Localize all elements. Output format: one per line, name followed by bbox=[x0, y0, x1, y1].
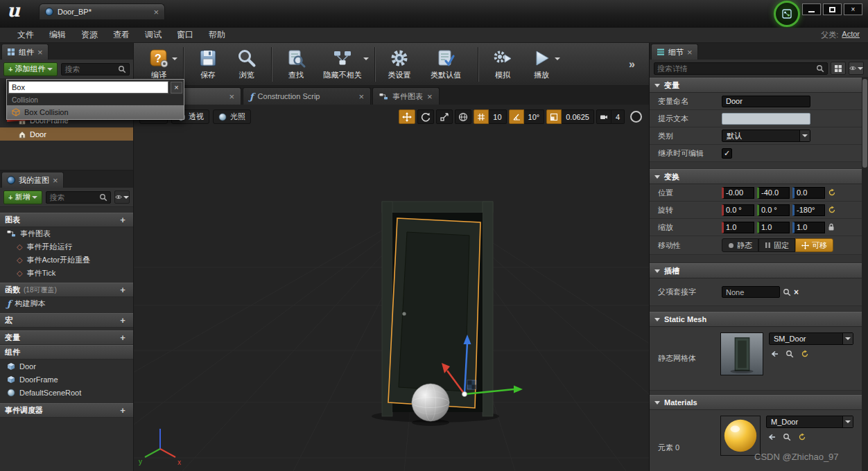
lit-mode-button[interactable]: 光照 bbox=[213, 109, 251, 124]
search-icon[interactable] bbox=[783, 288, 791, 296]
material-thumbnail[interactable] bbox=[720, 416, 761, 456]
chevron-down-icon[interactable] bbox=[363, 57, 369, 60]
add-component-button[interactable]: + 添加组件 bbox=[3, 62, 58, 76]
blueprint-status-badge[interactable] bbox=[774, 1, 800, 27]
section-sockets[interactable]: 插槽 bbox=[650, 263, 862, 278]
add-macro-button[interactable]: + bbox=[117, 315, 128, 326]
add-dispatcher-button[interactable]: + bbox=[117, 405, 128, 416]
rotate-tool-button[interactable] bbox=[417, 109, 434, 124]
popup-clear-button[interactable]: × bbox=[171, 82, 182, 94]
details-filter-button[interactable] bbox=[849, 62, 864, 75]
viewport-tab-close-icon[interactable]: × bbox=[229, 92, 234, 101]
event-graph-tab-close-icon[interactable]: × bbox=[427, 92, 433, 101]
scale-snap-value[interactable]: 0.0625 bbox=[562, 109, 594, 124]
camera-speed-value[interactable]: 4 bbox=[611, 109, 625, 124]
scale-y-field[interactable]: 1.0 bbox=[757, 222, 790, 233]
category-dropdown[interactable]: 默认 bbox=[722, 130, 810, 142]
browse-to-asset-icon[interactable] bbox=[785, 350, 794, 358]
minimize-button[interactable] bbox=[802, 3, 821, 15]
scale-snap-control[interactable]: 0.0625 bbox=[546, 109, 594, 124]
location-y-field[interactable]: -40.0 bbox=[757, 187, 790, 199]
component-search-input[interactable] bbox=[8, 81, 168, 94]
world-space-toggle-button[interactable] bbox=[455, 109, 471, 124]
tab-close-icon[interactable]: × bbox=[153, 8, 159, 17]
tab-my-blueprint[interactable]: 我的蓝图 × bbox=[1, 172, 64, 188]
tab-details[interactable]: 细节 × bbox=[651, 44, 698, 60]
use-selected-arrow-icon[interactable] bbox=[767, 433, 776, 441]
construction-tab-close-icon[interactable]: × bbox=[358, 92, 364, 101]
menu-asset[interactable]: 资源 bbox=[73, 29, 105, 41]
section-components-category[interactable]: 组件 bbox=[0, 345, 133, 359]
tooltip-field[interactable] bbox=[722, 113, 810, 125]
class-defaults-button[interactable]: 类默认值 bbox=[419, 44, 473, 85]
add-function-button[interactable]: + bbox=[117, 285, 128, 295]
use-selected-arrow-icon[interactable] bbox=[770, 350, 779, 358]
rotation-y-field[interactable]: 0.0 ° bbox=[757, 204, 790, 216]
find-button[interactable]: 查找 bbox=[277, 44, 315, 85]
tab-construction-script[interactable]: ƒ Construction Scrip × bbox=[243, 87, 371, 105]
item-event-graph[interactable]: 事件图表 bbox=[0, 227, 133, 240]
item-event-beginplay[interactable]: ◇ 事件开始运行 bbox=[0, 240, 133, 254]
translate-tool-button[interactable] bbox=[399, 109, 415, 124]
location-z-field[interactable]: 0.0 bbox=[792, 187, 825, 199]
rotation-snap-value[interactable]: 10° bbox=[524, 109, 545, 124]
parent-class-link[interactable]: Actor bbox=[842, 30, 860, 40]
close-button[interactable]: × bbox=[844, 3, 862, 15]
maximize-button[interactable] bbox=[823, 3, 842, 15]
details-tab-close-icon[interactable]: × bbox=[687, 48, 693, 57]
property-matrix-button[interactable] bbox=[831, 62, 846, 75]
location-x-field[interactable]: -0.00 bbox=[722, 187, 754, 199]
play-button[interactable]: 播放 bbox=[522, 44, 561, 85]
menu-window[interactable]: 窗口 bbox=[169, 29, 201, 41]
static-mesh-thumbnail[interactable] bbox=[720, 332, 763, 375]
section-transform[interactable]: 变换 bbox=[650, 169, 862, 184]
scale-z-field[interactable]: 1.0 bbox=[792, 222, 825, 233]
variable-name-field[interactable]: Door bbox=[722, 96, 810, 107]
scrollbar-thumb[interactable] bbox=[862, 79, 867, 168]
save-button[interactable]: 保存 bbox=[189, 44, 227, 85]
rotation-z-field[interactable]: -180° bbox=[792, 204, 825, 216]
reset-icon[interactable] bbox=[828, 206, 836, 214]
gizmo-origin-handle[interactable] bbox=[462, 392, 467, 397]
tree-row-door[interactable]: Door bbox=[0, 127, 133, 141]
section-static-mesh[interactable]: Static Mesh bbox=[650, 312, 862, 327]
rotation-snap-control[interactable]: 10° bbox=[509, 109, 545, 124]
scale-x-field[interactable]: 1.0 bbox=[722, 222, 754, 233]
class-settings-button[interactable]: 类设置 bbox=[380, 44, 419, 85]
toolbar-overflow-chevrons[interactable]: » bbox=[629, 58, 643, 71]
maximize-viewport-button[interactable] bbox=[630, 111, 642, 123]
mobility-static-button[interactable]: 静态 bbox=[722, 238, 758, 252]
lock-icon[interactable] bbox=[828, 223, 835, 231]
hide-unrelated-button[interactable]: 隐藏不相关 bbox=[315, 44, 370, 85]
details-scrollbar[interactable] bbox=[862, 78, 868, 471]
clear-socket-icon[interactable]: × bbox=[794, 287, 799, 297]
item-variable-defaultsceneroot[interactable]: DefaultSceneRoot bbox=[0, 386, 133, 399]
menu-file[interactable]: 文件 bbox=[10, 29, 42, 41]
grid-snap-control[interactable]: 10 bbox=[474, 109, 506, 124]
reset-icon[interactable] bbox=[798, 433, 806, 441]
static-mesh-dropdown[interactable]: SM_Door bbox=[769, 332, 853, 345]
viewport-3d-scene[interactable]: y x bbox=[134, 105, 649, 471]
my-blueprint-tab-close-icon[interactable]: × bbox=[53, 176, 58, 185]
mobility-movable-button[interactable]: 可移 bbox=[795, 238, 833, 252]
details-search[interactable] bbox=[654, 62, 828, 75]
details-search-input[interactable] bbox=[657, 64, 814, 73]
editable-checkbox[interactable]: ✓ bbox=[722, 148, 732, 159]
section-materials[interactable]: Materials bbox=[650, 395, 862, 410]
reset-icon[interactable] bbox=[828, 188, 836, 197]
tab-event-graph[interactable]: 事件图表 × bbox=[372, 87, 440, 105]
item-event-tick[interactable]: ◇ 事件Tick bbox=[0, 267, 133, 280]
section-macros[interactable]: 宏 + bbox=[0, 313, 133, 328]
section-functions[interactable]: 函数 (18可覆盖) + bbox=[0, 283, 133, 297]
item-construction-script[interactable]: ƒ 构建脚本 bbox=[0, 297, 133, 310]
chevron-down-icon[interactable] bbox=[172, 57, 177, 60]
add-variable-button[interactable]: + bbox=[117, 332, 128, 343]
mobility-stationary-button[interactable]: 固定 bbox=[758, 238, 795, 252]
chevron-down-icon[interactable] bbox=[555, 57, 560, 60]
visibility-filter-button[interactable] bbox=[114, 190, 130, 204]
parent-socket-field[interactable]: None bbox=[722, 286, 780, 298]
my-blueprint-search-input[interactable] bbox=[49, 193, 97, 202]
popup-item-box-collision[interactable]: Box Collision bbox=[7, 105, 184, 119]
menu-debug[interactable]: 调试 bbox=[137, 29, 169, 41]
browse-button[interactable]: 浏览 bbox=[227, 44, 266, 85]
